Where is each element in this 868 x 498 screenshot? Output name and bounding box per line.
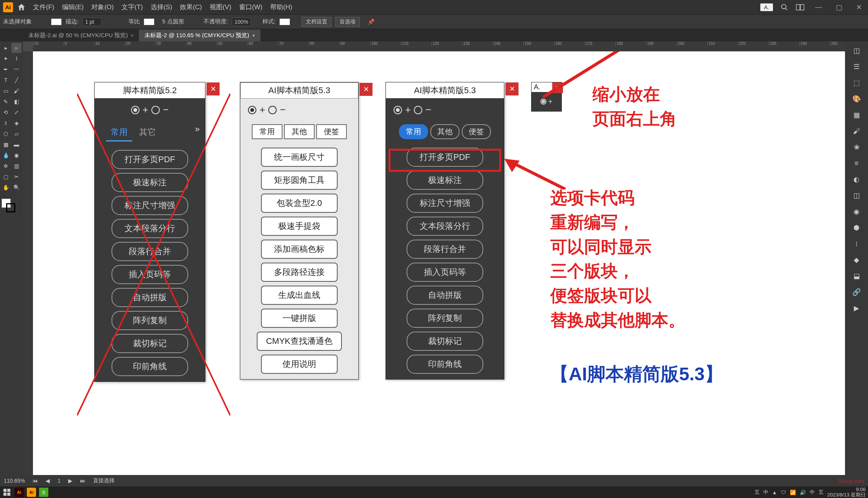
artboard-number[interactable]: 1 <box>57 478 61 484</box>
lasso-tool[interactable]: ⌇ <box>11 54 21 64</box>
selection-tool[interactable]: ▸ <box>1 43 11 53</box>
tray-ime2-icon[interactable]: 中 <box>763 489 768 496</box>
eyedropper-tool[interactable]: 💧 <box>1 150 11 160</box>
menu-effect[interactable]: 效果(C) <box>180 3 202 12</box>
minimize-button[interactable]: — <box>812 3 825 11</box>
align-panel-icon[interactable]: ⫶ <box>848 237 865 251</box>
menu-file[interactable]: 文件(F) <box>33 3 54 12</box>
properties-panel-icon[interactable]: ◫ <box>848 44 865 58</box>
rotate-tool[interactable]: ⟲ <box>1 107 11 117</box>
libraries-panel-icon[interactable]: ⬚ <box>848 76 865 90</box>
transparency-panel-icon[interactable]: ◫ <box>848 189 865 202</box>
shape-builder-tool[interactable]: ⬡ <box>1 129 11 139</box>
tray-lang-icon[interactable]: 中 <box>810 489 815 496</box>
start-button[interactable] <box>2 488 11 497</box>
slice-tool[interactable]: ✂ <box>11 172 21 182</box>
radio-checked-icon[interactable] <box>248 106 256 114</box>
brush-label[interactable]: 5 点圆形 <box>162 18 184 25</box>
opacity-input[interactable] <box>232 18 251 26</box>
free-transform-tool[interactable]: ◈ <box>11 118 21 128</box>
stroke-panel-icon[interactable]: ≡ <box>848 156 865 170</box>
script-button[interactable]: 阵列复制 <box>407 309 483 328</box>
tab-common[interactable]: 常用 <box>399 124 428 139</box>
width-tool[interactable]: ⫴ <box>1 118 11 128</box>
uniform-swatch[interactable] <box>144 18 154 25</box>
home-icon[interactable] <box>17 3 26 12</box>
radio-icon[interactable] <box>414 106 422 114</box>
symbols-panel-icon[interactable]: ❀ <box>848 140 865 154</box>
minus-icon[interactable]: − <box>280 104 286 116</box>
script-button[interactable]: 阵列复制 <box>112 311 188 330</box>
search-icon[interactable] <box>781 3 788 11</box>
blend-tool[interactable]: ◉ <box>11 150 21 160</box>
hand-tool[interactable]: ✋ <box>1 182 11 192</box>
script-button[interactable]: 插入页码等 <box>112 265 188 284</box>
perspective-tool[interactable]: ▱ <box>11 129 21 139</box>
shaper-tool[interactable]: ✎ <box>1 97 11 107</box>
plus-icon[interactable]: + <box>405 104 411 116</box>
script-button[interactable]: 插入页码等 <box>407 263 483 282</box>
doc-tab-2[interactable]: 未标题-2 @ 110.65 % (CMYK/CPU 预览)× <box>139 30 261 41</box>
script-button[interactable]: 极速手提袋 <box>261 217 338 236</box>
tab-other[interactable]: 其他 <box>430 124 459 139</box>
direct-select-tool[interactable]: ▹ <box>11 43 21 53</box>
taskbar-ai-active-icon[interactable]: Ai <box>27 488 36 497</box>
script-button[interactable]: 自动拼版 <box>407 286 483 305</box>
tab-notes[interactable]: 便签 <box>462 124 491 139</box>
minus-icon[interactable]: − <box>163 104 169 116</box>
script-button[interactable]: 极速标注 <box>407 171 483 190</box>
tray-up-icon[interactable]: ▲ <box>772 490 777 495</box>
script-button[interactable]: 印前角线 <box>407 355 483 374</box>
script-button[interactable]: 裁切标记 <box>112 334 188 353</box>
script-button[interactable]: CMYK查找潘通色 <box>257 332 342 351</box>
clock-time[interactable]: 9:06 <box>827 487 866 492</box>
curvature-tool[interactable]: 〰 <box>11 64 21 74</box>
script-button[interactable]: 矩形圆角工具 <box>261 171 338 190</box>
panel-close-button[interactable]: ✕ <box>359 83 372 96</box>
tray-volume-icon[interactable]: 🔊 <box>800 490 806 495</box>
radio-checked-icon[interactable] <box>131 106 139 114</box>
panel-close-button[interactable]: ✕ <box>207 82 220 95</box>
script-button[interactable]: 多段路径连接 <box>261 263 338 282</box>
pin-icon[interactable]: 📌 <box>368 18 375 25</box>
type-tool[interactable]: T <box>1 75 11 85</box>
script-button[interactable]: 极速标注 <box>112 173 188 192</box>
menu-help[interactable]: 帮助(H) <box>270 3 292 12</box>
zoom-tool[interactable]: 🔍 <box>11 182 21 192</box>
script-button[interactable]: 标注尺寸增强 <box>407 194 483 213</box>
tab-other[interactable]: 其他 <box>284 124 315 139</box>
transform-panel-icon[interactable]: ⬓ <box>848 269 865 283</box>
mesh-tool[interactable]: ▦ <box>1 140 11 150</box>
artboard-tool[interactable]: ▢ <box>1 172 11 182</box>
script-button[interactable]: 使用说明 <box>261 355 338 374</box>
brushes-panel-icon[interactable]: 🖌 <box>848 124 865 138</box>
eraser-tool[interactable]: ◧ <box>11 97 21 107</box>
close-icon[interactable]: × <box>131 33 133 38</box>
menu-window[interactable]: 窗口(W) <box>239 3 263 12</box>
panel-close-button[interactable]: ✕ <box>505 82 519 95</box>
script-button[interactable]: 统一画板尺寸 <box>261 148 338 167</box>
radio-icon[interactable] <box>268 106 277 114</box>
scale-tool[interactable]: ⤢ <box>11 107 21 117</box>
tab-notes[interactable]: 便签 <box>316 124 347 139</box>
menu-type[interactable]: 文字(T) <box>121 3 143 12</box>
gradient-tool[interactable]: ▬ <box>11 140 21 150</box>
color-panel-icon[interactable]: 🎨 <box>848 92 865 106</box>
taskbar-ai-icon[interactable]: Ai <box>15 488 24 497</box>
nav-prev-icon[interactable]: ◀ <box>46 478 50 484</box>
script-button[interactable]: 包装盒型2.0 <box>261 194 338 213</box>
script-button[interactable]: 文本段落分行 <box>407 217 483 236</box>
script-button[interactable]: 段落行合并 <box>112 242 188 261</box>
prefs-button[interactable]: 首选项 <box>335 17 360 27</box>
uniform-label[interactable]: 等比 <box>128 18 140 25</box>
plus-icon[interactable]: + <box>143 104 148 116</box>
taskbar-app-icon[interactable]: S <box>39 488 48 497</box>
canvas[interactable]: 脚本精简版5.2 ✕ + − 常用 其它 » 打开多页PDF 极速标注 标注尺寸… <box>33 51 845 475</box>
brush-tool[interactable]: 🖌 <box>11 86 21 96</box>
fill-stroke-swatch[interactable] <box>1 198 16 213</box>
script-button[interactable]: 自动拼版 <box>112 288 188 307</box>
script-button[interactable]: 打开多页PDF <box>112 150 188 169</box>
script-button[interactable]: 印前角线 <box>112 357 188 376</box>
pathfinder-panel-icon[interactable]: ◆ <box>848 253 865 267</box>
style-swatch[interactable] <box>279 18 290 25</box>
